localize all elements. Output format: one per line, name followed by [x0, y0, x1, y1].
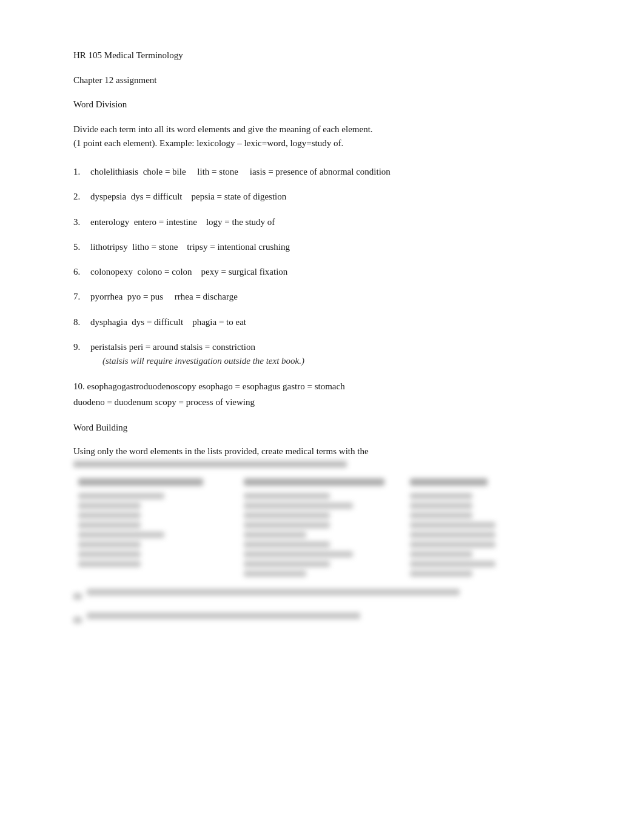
blur-line — [78, 551, 141, 557]
blur-line — [78, 522, 141, 528]
blur-line — [78, 503, 141, 509]
blur-heading — [78, 478, 203, 486]
list-item: 7. pyorrhea pyo = pus rrhea = discharge — [73, 290, 571, 304]
term-number: 3. — [73, 215, 90, 229]
blurred-bottom-items — [73, 589, 571, 628]
term-number: 6. — [73, 265, 90, 279]
term-number: 7. — [73, 290, 90, 304]
term-content: lithotripsy litho = stone tripsy = inten… — [90, 240, 571, 254]
term-10: 10. esophagogastroduodenoscopy esophago … — [73, 379, 571, 410]
blur-line — [410, 503, 472, 509]
blurred-col-2 — [239, 478, 404, 577]
term-number: 9. — [73, 340, 90, 354]
list-item: 3. enterology entero = intestine logy = … — [73, 215, 571, 229]
term-number: 8. — [73, 315, 90, 329]
blurred-col-1 — [73, 478, 239, 577]
blurred-continuation — [73, 461, 571, 468]
list-item-9: 9. peristalsis peri = around stalsis = c… — [73, 340, 571, 369]
course-title: HR 105 Medical Terminology — [73, 49, 571, 62]
instruction-block: Divide each term into all its word eleme… — [73, 122, 571, 151]
blur-heading — [410, 478, 488, 486]
term-content: enterology entero = intestine logy = the… — [90, 215, 571, 229]
term-number: 5. — [73, 240, 90, 254]
blur-line — [244, 522, 330, 528]
section-title: Word Division — [73, 98, 571, 112]
blurred-table-section — [73, 478, 571, 628]
blur-line — [78, 561, 141, 567]
list-item: 1. cholelithiasis chole = bile lith = st… — [73, 165, 571, 179]
term-number: 1. — [73, 165, 90, 179]
document-container: HR 105 Medical Terminology Chapter 12 as… — [73, 49, 571, 628]
list-item: 8. dysphagia dys = difficult phagia = to… — [73, 315, 571, 329]
blur-line — [244, 561, 330, 567]
blur-line — [244, 571, 306, 577]
list-item: 5. lithotripsy litho = stone tripsy = in… — [73, 240, 571, 254]
term-content: dysphagia dys = difficult phagia = to ea… — [90, 315, 571, 329]
blur-line — [244, 532, 306, 538]
blurred-col-3 — [405, 478, 571, 577]
blur-line — [78, 542, 141, 548]
instruction-line2: (1 point each element). Example: lexicol… — [73, 136, 571, 150]
term-number: 2. — [73, 190, 90, 204]
chapter-title: Chapter 12 assignment — [73, 73, 571, 87]
blur-line — [410, 512, 472, 518]
blur-line — [244, 512, 330, 518]
term-content: pyorrhea pyo = pus rrhea = discharge — [90, 290, 571, 304]
instruction-line1: Divide each term into all its word eleme… — [73, 122, 571, 136]
list-item: 6. colonopexy colono = colon pexy = surg… — [73, 265, 571, 279]
word-building-title: Word Building — [73, 421, 571, 435]
blur-line — [78, 512, 141, 518]
term-9-main: peristalsis peri = around stalsis = cons… — [90, 340, 571, 354]
blur-line — [78, 493, 164, 499]
term-content: colonopexy colono = colon pexy = surgica… — [90, 265, 571, 279]
term-content: cholelithiasis chole = bile lith = stone… — [90, 165, 571, 179]
blur-line — [410, 532, 496, 538]
blur-line — [410, 542, 496, 548]
blurred-table — [73, 478, 571, 577]
blur-line — [244, 493, 330, 499]
term-content: dyspepsia dys = difficult pepsia = state… — [90, 190, 571, 204]
blur-line — [410, 571, 472, 577]
word-building-intro: Using only the word elements in the list… — [73, 444, 571, 468]
blur-line — [410, 493, 472, 499]
blur-heading — [244, 478, 384, 486]
term-content: peristalsis peri = around stalsis = cons… — [90, 340, 571, 369]
blur-line — [78, 532, 164, 538]
list-item: 2. dyspepsia dys = difficult pepsia = st… — [73, 190, 571, 204]
blur-line — [244, 542, 330, 548]
blur-line — [244, 551, 353, 557]
blur-line — [410, 561, 496, 567]
blur-line — [410, 551, 472, 557]
term-9-sub: (stalsis will require investigation outs… — [90, 354, 571, 368]
blur-line — [244, 503, 353, 509]
term-list: 1. cholelithiasis chole = bile lith = st… — [73, 165, 571, 368]
term-10-line2: duodeno = duodenum scopy = process of vi… — [73, 395, 571, 411]
blur-line — [410, 522, 496, 528]
term-10-line1: 10. esophagogastroduodenoscopy esophago … — [73, 379, 571, 395]
